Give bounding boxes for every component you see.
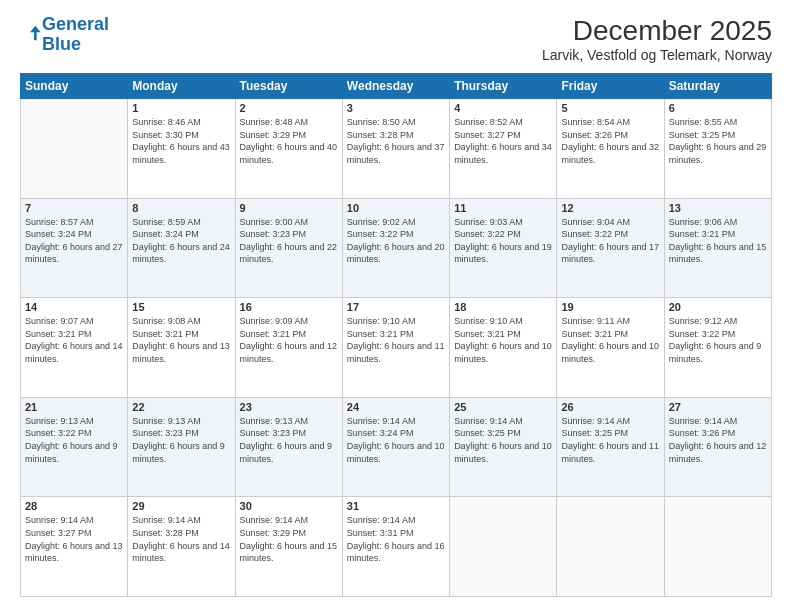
day-info: Sunrise: 9:13 AMSunset: 3:22 PMDaylight:… (25, 415, 123, 465)
logo-line2: Blue (42, 34, 81, 54)
day-info: Sunrise: 9:13 AMSunset: 3:23 PMDaylight:… (240, 415, 338, 465)
page: General Blue December 2025 Larvik, Vestf… (0, 0, 792, 612)
day-number: 23 (240, 401, 338, 413)
day-info: Sunrise: 8:52 AMSunset: 3:27 PMDaylight:… (454, 116, 552, 166)
calendar-day-cell: 8Sunrise: 8:59 AMSunset: 3:24 PMDaylight… (128, 198, 235, 298)
day-info: Sunrise: 9:03 AMSunset: 3:22 PMDaylight:… (454, 216, 552, 266)
calendar-day-cell: 3Sunrise: 8:50 AMSunset: 3:28 PMDaylight… (342, 99, 449, 199)
calendar-day-cell: 5Sunrise: 8:54 AMSunset: 3:26 PMDaylight… (557, 99, 664, 199)
day-number: 3 (347, 102, 445, 114)
day-number: 24 (347, 401, 445, 413)
calendar-day-cell: 9Sunrise: 9:00 AMSunset: 3:23 PMDaylight… (235, 198, 342, 298)
day-number: 31 (347, 500, 445, 512)
day-info: Sunrise: 8:57 AMSunset: 3:24 PMDaylight:… (25, 216, 123, 266)
day-number: 28 (25, 500, 123, 512)
day-info: Sunrise: 9:02 AMSunset: 3:22 PMDaylight:… (347, 216, 445, 266)
day-number: 30 (240, 500, 338, 512)
day-info: Sunrise: 9:14 AMSunset: 3:29 PMDaylight:… (240, 514, 338, 564)
calendar-day-cell: 17Sunrise: 9:10 AMSunset: 3:21 PMDayligh… (342, 298, 449, 398)
calendar-day-cell: 2Sunrise: 8:48 AMSunset: 3:29 PMDaylight… (235, 99, 342, 199)
weekday-header-tuesday: Tuesday (235, 74, 342, 99)
logo: General Blue (20, 15, 109, 55)
day-number: 27 (669, 401, 767, 413)
calendar-day-cell: 12Sunrise: 9:04 AMSunset: 3:22 PMDayligh… (557, 198, 664, 298)
day-info: Sunrise: 9:06 AMSunset: 3:21 PMDaylight:… (669, 216, 767, 266)
day-info: Sunrise: 9:14 AMSunset: 3:31 PMDaylight:… (347, 514, 445, 564)
logo-icon (22, 23, 42, 43)
header: General Blue December 2025 Larvik, Vestf… (20, 15, 772, 63)
calendar-week-row: 21Sunrise: 9:13 AMSunset: 3:22 PMDayligh… (21, 397, 772, 497)
day-number: 29 (132, 500, 230, 512)
calendar-day-cell: 24Sunrise: 9:14 AMSunset: 3:24 PMDayligh… (342, 397, 449, 497)
day-number: 9 (240, 202, 338, 214)
calendar-day-cell: 7Sunrise: 8:57 AMSunset: 3:24 PMDaylight… (21, 198, 128, 298)
calendar-week-row: 14Sunrise: 9:07 AMSunset: 3:21 PMDayligh… (21, 298, 772, 398)
calendar-day-cell: 31Sunrise: 9:14 AMSunset: 3:31 PMDayligh… (342, 497, 449, 597)
day-number: 12 (561, 202, 659, 214)
calendar-subtitle: Larvik, Vestfold og Telemark, Norway (542, 47, 772, 63)
day-number: 18 (454, 301, 552, 313)
day-info: Sunrise: 9:11 AMSunset: 3:21 PMDaylight:… (561, 315, 659, 365)
logo-text: General Blue (42, 15, 109, 55)
day-info: Sunrise: 8:55 AMSunset: 3:25 PMDaylight:… (669, 116, 767, 166)
day-info: Sunrise: 9:14 AMSunset: 3:24 PMDaylight:… (347, 415, 445, 465)
weekday-header-thursday: Thursday (450, 74, 557, 99)
day-info: Sunrise: 8:59 AMSunset: 3:24 PMDaylight:… (132, 216, 230, 266)
calendar-day-cell: 13Sunrise: 9:06 AMSunset: 3:21 PMDayligh… (664, 198, 771, 298)
calendar-day-cell: 16Sunrise: 9:09 AMSunset: 3:21 PMDayligh… (235, 298, 342, 398)
calendar-title: December 2025 (542, 15, 772, 47)
day-number: 22 (132, 401, 230, 413)
day-info: Sunrise: 9:14 AMSunset: 3:25 PMDaylight:… (561, 415, 659, 465)
day-info: Sunrise: 9:14 AMSunset: 3:26 PMDaylight:… (669, 415, 767, 465)
calendar-day-cell: 6Sunrise: 8:55 AMSunset: 3:25 PMDaylight… (664, 99, 771, 199)
calendar-day-cell: 14Sunrise: 9:07 AMSunset: 3:21 PMDayligh… (21, 298, 128, 398)
day-number: 2 (240, 102, 338, 114)
calendar-day-cell: 18Sunrise: 9:10 AMSunset: 3:21 PMDayligh… (450, 298, 557, 398)
calendar-day-cell: 23Sunrise: 9:13 AMSunset: 3:23 PMDayligh… (235, 397, 342, 497)
day-number: 4 (454, 102, 552, 114)
day-number: 5 (561, 102, 659, 114)
calendar-day-cell: 4Sunrise: 8:52 AMSunset: 3:27 PMDaylight… (450, 99, 557, 199)
day-number: 14 (25, 301, 123, 313)
day-info: Sunrise: 9:13 AMSunset: 3:23 PMDaylight:… (132, 415, 230, 465)
day-info: Sunrise: 8:48 AMSunset: 3:29 PMDaylight:… (240, 116, 338, 166)
day-info: Sunrise: 9:10 AMSunset: 3:21 PMDaylight:… (454, 315, 552, 365)
calendar-day-cell: 10Sunrise: 9:02 AMSunset: 3:22 PMDayligh… (342, 198, 449, 298)
calendar-day-cell: 11Sunrise: 9:03 AMSunset: 3:22 PMDayligh… (450, 198, 557, 298)
day-number: 11 (454, 202, 552, 214)
day-info: Sunrise: 9:04 AMSunset: 3:22 PMDaylight:… (561, 216, 659, 266)
day-info: Sunrise: 9:14 AMSunset: 3:27 PMDaylight:… (25, 514, 123, 564)
calendar-day-cell (557, 497, 664, 597)
day-number: 7 (25, 202, 123, 214)
calendar-day-cell: 1Sunrise: 8:46 AMSunset: 3:30 PMDaylight… (128, 99, 235, 199)
calendar-day-cell (450, 497, 557, 597)
day-number: 10 (347, 202, 445, 214)
calendar-day-cell: 19Sunrise: 9:11 AMSunset: 3:21 PMDayligh… (557, 298, 664, 398)
svg-marker-0 (30, 25, 41, 40)
day-info: Sunrise: 8:50 AMSunset: 3:28 PMDaylight:… (347, 116, 445, 166)
weekday-header-friday: Friday (557, 74, 664, 99)
logo-line1: General (42, 14, 109, 34)
day-number: 19 (561, 301, 659, 313)
calendar-day-cell (664, 497, 771, 597)
day-info: Sunrise: 9:14 AMSunset: 3:25 PMDaylight:… (454, 415, 552, 465)
calendar-week-row: 28Sunrise: 9:14 AMSunset: 3:27 PMDayligh… (21, 497, 772, 597)
weekday-header-monday: Monday (128, 74, 235, 99)
day-info: Sunrise: 9:12 AMSunset: 3:22 PMDaylight:… (669, 315, 767, 365)
day-number: 8 (132, 202, 230, 214)
calendar-day-cell: 30Sunrise: 9:14 AMSunset: 3:29 PMDayligh… (235, 497, 342, 597)
calendar-table: SundayMondayTuesdayWednesdayThursdayFrid… (20, 73, 772, 597)
calendar-day-cell: 27Sunrise: 9:14 AMSunset: 3:26 PMDayligh… (664, 397, 771, 497)
calendar-week-row: 1Sunrise: 8:46 AMSunset: 3:30 PMDaylight… (21, 99, 772, 199)
day-number: 6 (669, 102, 767, 114)
day-info: Sunrise: 9:14 AMSunset: 3:28 PMDaylight:… (132, 514, 230, 564)
day-number: 16 (240, 301, 338, 313)
day-number: 26 (561, 401, 659, 413)
day-info: Sunrise: 9:00 AMSunset: 3:23 PMDaylight:… (240, 216, 338, 266)
calendar-day-cell: 21Sunrise: 9:13 AMSunset: 3:22 PMDayligh… (21, 397, 128, 497)
title-block: December 2025 Larvik, Vestfold og Telema… (542, 15, 772, 63)
calendar-day-cell: 20Sunrise: 9:12 AMSunset: 3:22 PMDayligh… (664, 298, 771, 398)
day-info: Sunrise: 8:54 AMSunset: 3:26 PMDaylight:… (561, 116, 659, 166)
day-info: Sunrise: 9:09 AMSunset: 3:21 PMDaylight:… (240, 315, 338, 365)
day-info: Sunrise: 9:08 AMSunset: 3:21 PMDaylight:… (132, 315, 230, 365)
